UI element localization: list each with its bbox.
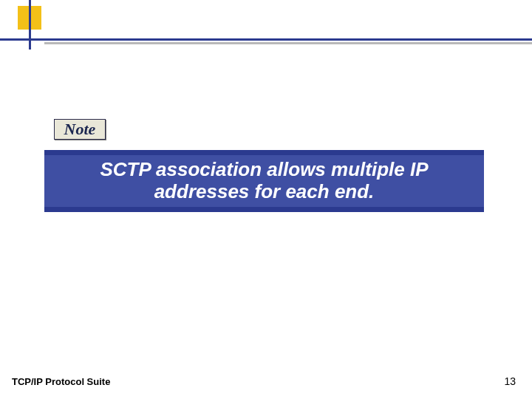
slide-header-graphic bbox=[0, 0, 532, 55]
gray-bar-decoration bbox=[44, 42, 532, 44]
note-callout-box: SCTP association allows multiple IP addr… bbox=[44, 150, 484, 212]
footer-title: TCP/IP Protocol Suite bbox=[12, 376, 110, 387]
horizontal-rule bbox=[0, 38, 532, 41]
vertical-rule bbox=[29, 0, 31, 50]
note-label: Note bbox=[54, 119, 106, 140]
note-text: SCTP association allows multiple IP addr… bbox=[58, 158, 471, 202]
page-number: 13 bbox=[504, 375, 516, 387]
